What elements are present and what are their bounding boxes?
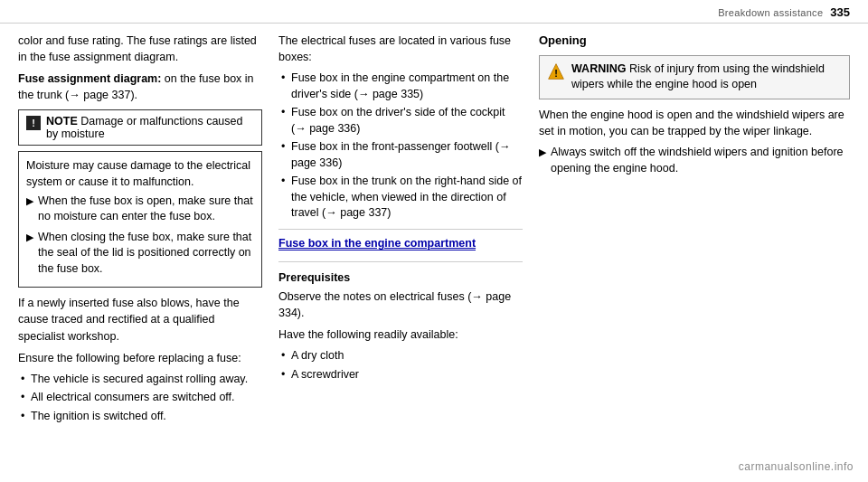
- fuse-assignment-label: Fuse assignment diagram:: [18, 72, 161, 85]
- prereq-list: A dry cloth A screwdriver: [278, 348, 523, 383]
- note-box: ! NOTE Damage or malfunctions caused by …: [18, 109, 262, 146]
- fuse-loc-1: Fuse box in the engine compartment on th…: [278, 71, 523, 102]
- warning-label: WARNING: [571, 62, 626, 75]
- fuse-loc-3: Fuse box in the front-passenger footwell…: [278, 139, 523, 171]
- ensure-list: The vehicle is secured against rolling a…: [18, 372, 262, 425]
- arrow-icon-1: ▶: [26, 194, 33, 225]
- arrow-item-2: ▶ When closing the fuse box, make sure t…: [26, 230, 254, 278]
- prereq-para-1: Observe the notes on electrical fuses (→…: [278, 288, 523, 321]
- warning-box: ! WARNING Risk of injury from using the …: [539, 55, 850, 99]
- note-label: NOTE: [46, 115, 78, 128]
- moisture-para: Moisture may cause damage to the electri…: [26, 157, 254, 190]
- warning-triangle-icon: !: [547, 62, 565, 80]
- page: Breakdown assistance 335 color and fuse …: [0, 0, 868, 482]
- svg-text:!: !: [554, 68, 558, 79]
- page-header: Breakdown assistance 335: [0, 0, 868, 24]
- note-icon: !: [26, 116, 41, 130]
- warning-body: When the engine hood is open and the win…: [539, 107, 850, 139]
- prerequisites-title: Prerequisites: [278, 269, 523, 286]
- ensure-item-3: The ignition is switched off.: [18, 409, 262, 425]
- arrow-item-1: ▶ When the fuse box is open, make sure t…: [26, 194, 254, 225]
- right-arrow-item: ▶ Always switch off the windshield wiper…: [539, 145, 850, 176]
- ensure-item-1: The vehicle is secured against rolling a…: [18, 372, 262, 388]
- fuse-loc-2: Fuse box on the driver's side of the coc…: [278, 105, 523, 137]
- main-content: color and fuse rating. The fuse ratings …: [0, 24, 868, 477]
- watermark: carmanualsonline.info: [739, 460, 854, 473]
- ensure-para: Ensure the following before replacing a …: [18, 350, 262, 366]
- right-arrow-icon: ▶: [539, 146, 546, 176]
- moisture-box: Moisture may cause damage to the electri…: [18, 151, 262, 288]
- section-divider-2: [278, 261, 523, 262]
- header-title: Breakdown assistance: [718, 7, 823, 18]
- opening-title: Opening: [539, 33, 850, 50]
- fuse-intro: The electrical fuses are located in vari…: [278, 33, 523, 65]
- newly-para: If a newly inserted fuse also blows, hav…: [18, 295, 262, 344]
- right-arrow-text: Always switch off the windshield wipers …: [551, 145, 850, 176]
- prereq-item-1: A dry cloth: [278, 348, 523, 364]
- fuse-assignment-para: Fuse assignment diagram: on the fuse box…: [18, 71, 262, 103]
- arrow-text-2: When closing the fuse box, make sure tha…: [38, 230, 254, 278]
- fuse-rating-para: color and fuse rating. The fuse ratings …: [18, 33, 262, 65]
- left-column: color and fuse rating. The fuse ratings …: [18, 33, 262, 468]
- arrow-icon-2: ▶: [26, 231, 33, 278]
- fuse-locations-list: Fuse box in the engine compartment on th…: [278, 71, 523, 222]
- section-divider: [278, 229, 523, 230]
- note-content: NOTE Damage or malfunctions caused by mo…: [46, 115, 254, 140]
- warning-text-block: WARNING Risk of injury from using the wi…: [571, 61, 842, 93]
- arrow-text-1: When the fuse box is open, make sure tha…: [38, 194, 254, 225]
- fuse-loc-4: Fuse box in the trunk on the right-hand …: [278, 174, 523, 222]
- prereq-para-2: Have the following readily available:: [278, 326, 523, 343]
- ensure-item-2: All electrical consumers are switched of…: [18, 390, 262, 406]
- prereq-item-2: A screwdriver: [278, 367, 523, 383]
- right-column: Opening ! WARNING Risk of injury from us…: [539, 33, 850, 468]
- section-link[interactable]: Fuse box in the engine compartment: [278, 237, 476, 250]
- page-number: 335: [830, 5, 850, 19]
- mid-column: The electrical fuses are located in vari…: [278, 33, 523, 468]
